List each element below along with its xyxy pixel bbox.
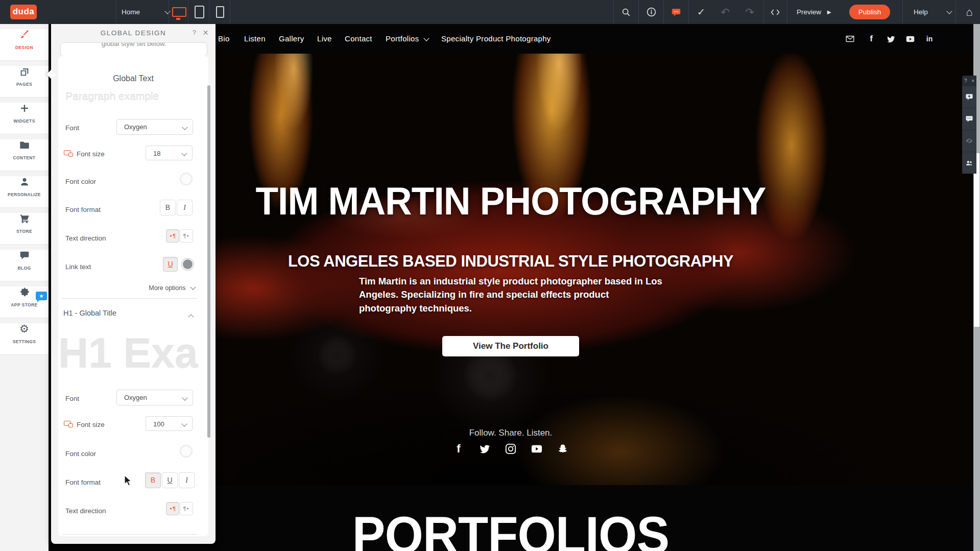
h1-italic-button[interactable]: I bbox=[179, 472, 195, 488]
mobile-view-button[interactable] bbox=[210, 0, 230, 24]
email-link[interactable] bbox=[844, 33, 855, 44]
page-selector[interactable]: Home bbox=[122, 0, 170, 24]
facebook-icon: f bbox=[870, 34, 873, 44]
mobile-icon bbox=[216, 6, 224, 18]
site-nav-listen[interactable]: Listen bbox=[244, 24, 266, 54]
desktop-view-button[interactable] bbox=[170, 0, 188, 24]
sidebar-item-store[interactable]: STORE bbox=[0, 213, 49, 245]
direction-rtl-button[interactable]: ¶‣ bbox=[180, 229, 193, 243]
dev-mode-button[interactable] bbox=[764, 0, 786, 24]
hide-comments-button[interactable] bbox=[962, 130, 976, 152]
h1-underline-button[interactable]: U bbox=[162, 472, 178, 488]
help-label: Help bbox=[914, 8, 928, 16]
font-color-swatch[interactable] bbox=[180, 173, 193, 185]
site-intro-paragraph[interactable]: Tim Martin is an industrial style produc… bbox=[359, 275, 668, 315]
comment-icon bbox=[671, 7, 681, 17]
instagram-link[interactable] bbox=[505, 443, 517, 455]
comments-button[interactable] bbox=[962, 108, 976, 130]
site-nav-portfolios[interactable]: Portfolios bbox=[386, 24, 428, 54]
twitter-link[interactable] bbox=[479, 443, 491, 455]
link-color-swatch[interactable] bbox=[181, 258, 194, 271]
scrollbar-thumb[interactable] bbox=[974, 153, 979, 327]
search-button[interactable] bbox=[615, 0, 637, 24]
preview-button[interactable]: Preview ▶ bbox=[797, 0, 831, 24]
sidebar-item-label: APP STORE bbox=[11, 302, 37, 307]
chevron-down-icon bbox=[181, 150, 187, 156]
linkedin-icon: in bbox=[926, 35, 933, 43]
sidebar-item-blog[interactable]: BLOG bbox=[0, 250, 49, 281]
font-format-label: Font format bbox=[65, 478, 101, 486]
close-icon[interactable]: × bbox=[971, 78, 974, 84]
more-options-link[interactable]: More options bbox=[149, 284, 195, 292]
portfolios-heading[interactable]: PORTFOLIOS bbox=[229, 506, 792, 551]
bold-button[interactable]: B bbox=[160, 200, 176, 215]
h1-direction-rtl-button[interactable]: ¶‣ bbox=[180, 502, 193, 515]
site-subtitle[interactable]: LOS ANGELES BASED INDUSTRIAL STYLE PHOTO… bbox=[223, 252, 798, 271]
duda-logo[interactable]: duda bbox=[10, 5, 37, 19]
feedback-button[interactable] bbox=[665, 0, 687, 24]
sidebar-item-widgets[interactable]: WIDGETS bbox=[0, 103, 49, 134]
help-menu[interactable]: Help bbox=[914, 0, 951, 24]
collaborators-button[interactable] bbox=[962, 152, 976, 174]
h1-bold-button[interactable]: B bbox=[145, 472, 161, 488]
separator bbox=[638, 0, 639, 24]
collaboration-toolbar: ? × bbox=[962, 76, 976, 174]
snapchat-link[interactable] bbox=[557, 443, 569, 455]
facebook-link[interactable]: f bbox=[452, 443, 465, 455]
play-icon: ▶ bbox=[827, 9, 831, 15]
site-nav-contact[interactable]: Contact bbox=[345, 24, 372, 54]
tablet-view-button[interactable] bbox=[189, 0, 209, 24]
info-button[interactable] bbox=[640, 0, 662, 24]
h1-font-size-select[interactable]: 100 bbox=[146, 416, 193, 431]
sidebar-item-pages[interactable]: PAGES bbox=[0, 66, 49, 98]
font-size-select[interactable]: 18 bbox=[146, 146, 193, 160]
site-nav-bio[interactable]: Bio bbox=[218, 24, 230, 54]
collapse-section-button[interactable] bbox=[189, 311, 193, 320]
separator bbox=[663, 0, 664, 24]
sidebar-item-app-store[interactable]: APP STORE ★ bbox=[0, 286, 49, 318]
chevron-down-icon bbox=[190, 284, 196, 290]
comment-add-icon bbox=[965, 93, 973, 101]
sidebar-item-design[interactable]: DESIGN bbox=[0, 29, 49, 61]
direction-ltr-button[interactable]: ‣¶ bbox=[166, 229, 179, 243]
sidebar-item-content[interactable]: CONTENT bbox=[0, 139, 49, 171]
save-check-button[interactable]: ✓ bbox=[690, 0, 712, 24]
help-icon[interactable]: ? bbox=[964, 78, 967, 84]
font-select[interactable]: Oxygen bbox=[116, 119, 193, 135]
dashboard-home-button[interactable]: ⌂ bbox=[959, 0, 979, 24]
sidebar-item-label: STORE bbox=[16, 229, 32, 234]
font-format-label: Font format bbox=[65, 206, 101, 213]
chevron-down-icon bbox=[946, 8, 952, 14]
view-portfolio-button[interactable]: View The Portfolio bbox=[442, 336, 579, 356]
add-comment-button[interactable] bbox=[962, 86, 976, 108]
separator bbox=[763, 0, 764, 24]
sidebar-item-label: WIDGETS bbox=[13, 118, 35, 124]
sidebar-item-personalize[interactable]: PERSONALIZE bbox=[0, 176, 49, 208]
youtube-link[interactable] bbox=[531, 443, 543, 455]
h1-font-select[interactable]: Oxygen bbox=[116, 390, 193, 405]
site-nav-live[interactable]: Live bbox=[317, 24, 332, 54]
youtube-icon bbox=[531, 443, 542, 454]
link-underline-button[interactable]: U bbox=[163, 257, 178, 272]
facebook-link[interactable]: f bbox=[866, 33, 877, 44]
separator bbox=[169, 0, 169, 24]
site-nav-gallery[interactable]: Gallery bbox=[279, 24, 304, 54]
h1-direction-ltr-button[interactable]: ‣¶ bbox=[166, 502, 179, 515]
youtube-link[interactable] bbox=[904, 33, 916, 44]
h1-section-heading: H1 - Global Title bbox=[63, 309, 116, 317]
h1-font-color-swatch[interactable] bbox=[180, 445, 193, 458]
sidebar-item-label: DESIGN bbox=[15, 45, 33, 50]
publish-button[interactable]: Publish bbox=[849, 5, 890, 19]
italic-button[interactable]: I bbox=[177, 200, 193, 215]
undo-button[interactable]: ↶ bbox=[714, 0, 736, 24]
redo-button[interactable]: ↷ bbox=[738, 0, 761, 24]
site-nav-specialty[interactable]: Specialty Product Photography bbox=[441, 24, 551, 54]
twitter-link[interactable] bbox=[885, 33, 896, 44]
sidebar-item-settings[interactable]: ⚙ SETTINGS bbox=[0, 323, 49, 355]
site-title[interactable]: TIM MARTIN PHOTOGRAPHY bbox=[226, 179, 795, 223]
panel-scrollbar[interactable] bbox=[207, 85, 210, 438]
panel-help-button[interactable]: ? bbox=[193, 29, 196, 36]
panel-close-button[interactable]: × bbox=[203, 27, 208, 38]
linkedin-link[interactable]: in bbox=[924, 33, 935, 44]
speech-bubble-icon bbox=[19, 250, 30, 261]
